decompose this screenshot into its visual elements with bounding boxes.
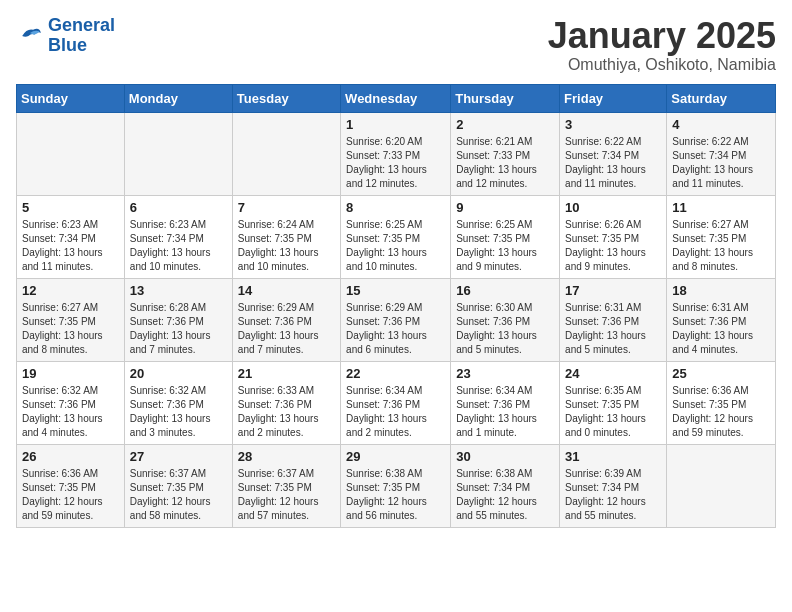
- day-info: Sunrise: 6:29 AM Sunset: 7:36 PM Dayligh…: [238, 301, 335, 357]
- day-info: Sunrise: 6:38 AM Sunset: 7:34 PM Dayligh…: [456, 467, 554, 523]
- day-cell-5: 5Sunrise: 6:23 AM Sunset: 7:34 PM Daylig…: [17, 195, 125, 278]
- day-info: Sunrise: 6:39 AM Sunset: 7:34 PM Dayligh…: [565, 467, 661, 523]
- calendar-table: SundayMondayTuesdayWednesdayThursdayFrid…: [16, 84, 776, 528]
- day-cell-25: 25Sunrise: 6:36 AM Sunset: 7:35 PM Dayli…: [667, 361, 776, 444]
- week-row-3: 12Sunrise: 6:27 AM Sunset: 7:35 PM Dayli…: [17, 278, 776, 361]
- day-info: Sunrise: 6:27 AM Sunset: 7:35 PM Dayligh…: [22, 301, 119, 357]
- week-row-4: 19Sunrise: 6:32 AM Sunset: 7:36 PM Dayli…: [17, 361, 776, 444]
- logo-text: General Blue: [48, 16, 115, 56]
- day-number: 18: [672, 283, 770, 298]
- page-header: General Blue January 2025 Omuthiya, Oshi…: [16, 16, 776, 74]
- day-number: 31: [565, 449, 661, 464]
- day-header-saturday: Saturday: [667, 84, 776, 112]
- day-cell-10: 10Sunrise: 6:26 AM Sunset: 7:35 PM Dayli…: [560, 195, 667, 278]
- day-number: 28: [238, 449, 335, 464]
- location: Omuthiya, Oshikoto, Namibia: [548, 56, 776, 74]
- day-cell-15: 15Sunrise: 6:29 AM Sunset: 7:36 PM Dayli…: [341, 278, 451, 361]
- day-info: Sunrise: 6:38 AM Sunset: 7:35 PM Dayligh…: [346, 467, 445, 523]
- day-number: 15: [346, 283, 445, 298]
- day-info: Sunrise: 6:32 AM Sunset: 7:36 PM Dayligh…: [130, 384, 227, 440]
- day-number: 12: [22, 283, 119, 298]
- day-number: 7: [238, 200, 335, 215]
- day-number: 29: [346, 449, 445, 464]
- day-number: 11: [672, 200, 770, 215]
- day-cell-27: 27Sunrise: 6:37 AM Sunset: 7:35 PM Dayli…: [124, 444, 232, 527]
- day-info: Sunrise: 6:37 AM Sunset: 7:35 PM Dayligh…: [130, 467, 227, 523]
- day-number: 10: [565, 200, 661, 215]
- day-number: 6: [130, 200, 227, 215]
- header-row: SundayMondayTuesdayWednesdayThursdayFrid…: [17, 84, 776, 112]
- day-cell-7: 7Sunrise: 6:24 AM Sunset: 7:35 PM Daylig…: [232, 195, 340, 278]
- day-cell-6: 6Sunrise: 6:23 AM Sunset: 7:34 PM Daylig…: [124, 195, 232, 278]
- day-number: 14: [238, 283, 335, 298]
- day-number: 4: [672, 117, 770, 132]
- day-cell-1: 1Sunrise: 6:20 AM Sunset: 7:33 PM Daylig…: [341, 112, 451, 195]
- day-number: 3: [565, 117, 661, 132]
- day-info: Sunrise: 6:31 AM Sunset: 7:36 PM Dayligh…: [672, 301, 770, 357]
- day-cell-16: 16Sunrise: 6:30 AM Sunset: 7:36 PM Dayli…: [451, 278, 560, 361]
- day-cell-29: 29Sunrise: 6:38 AM Sunset: 7:35 PM Dayli…: [341, 444, 451, 527]
- day-number: 25: [672, 366, 770, 381]
- day-number: 13: [130, 283, 227, 298]
- day-header-friday: Friday: [560, 84, 667, 112]
- day-header-monday: Monday: [124, 84, 232, 112]
- day-cell-9: 9Sunrise: 6:25 AM Sunset: 7:35 PM Daylig…: [451, 195, 560, 278]
- empty-cell: [124, 112, 232, 195]
- day-cell-31: 31Sunrise: 6:39 AM Sunset: 7:34 PM Dayli…: [560, 444, 667, 527]
- week-row-5: 26Sunrise: 6:36 AM Sunset: 7:35 PM Dayli…: [17, 444, 776, 527]
- day-info: Sunrise: 6:30 AM Sunset: 7:36 PM Dayligh…: [456, 301, 554, 357]
- empty-cell: [667, 444, 776, 527]
- day-info: Sunrise: 6:35 AM Sunset: 7:35 PM Dayligh…: [565, 384, 661, 440]
- week-row-1: 1Sunrise: 6:20 AM Sunset: 7:33 PM Daylig…: [17, 112, 776, 195]
- day-number: 21: [238, 366, 335, 381]
- day-info: Sunrise: 6:36 AM Sunset: 7:35 PM Dayligh…: [22, 467, 119, 523]
- day-cell-19: 19Sunrise: 6:32 AM Sunset: 7:36 PM Dayli…: [17, 361, 125, 444]
- day-number: 5: [22, 200, 119, 215]
- day-info: Sunrise: 6:25 AM Sunset: 7:35 PM Dayligh…: [346, 218, 445, 274]
- day-info: Sunrise: 6:27 AM Sunset: 7:35 PM Dayligh…: [672, 218, 770, 274]
- day-cell-24: 24Sunrise: 6:35 AM Sunset: 7:35 PM Dayli…: [560, 361, 667, 444]
- day-cell-20: 20Sunrise: 6:32 AM Sunset: 7:36 PM Dayli…: [124, 361, 232, 444]
- day-info: Sunrise: 6:24 AM Sunset: 7:35 PM Dayligh…: [238, 218, 335, 274]
- title-block: January 2025 Omuthiya, Oshikoto, Namibia: [548, 16, 776, 74]
- day-info: Sunrise: 6:33 AM Sunset: 7:36 PM Dayligh…: [238, 384, 335, 440]
- day-info: Sunrise: 6:25 AM Sunset: 7:35 PM Dayligh…: [456, 218, 554, 274]
- day-cell-22: 22Sunrise: 6:34 AM Sunset: 7:36 PM Dayli…: [341, 361, 451, 444]
- day-info: Sunrise: 6:34 AM Sunset: 7:36 PM Dayligh…: [346, 384, 445, 440]
- day-header-tuesday: Tuesday: [232, 84, 340, 112]
- day-info: Sunrise: 6:31 AM Sunset: 7:36 PM Dayligh…: [565, 301, 661, 357]
- day-cell-17: 17Sunrise: 6:31 AM Sunset: 7:36 PM Dayli…: [560, 278, 667, 361]
- day-number: 2: [456, 117, 554, 132]
- day-number: 24: [565, 366, 661, 381]
- logo-icon: [16, 22, 44, 50]
- day-cell-3: 3Sunrise: 6:22 AM Sunset: 7:34 PM Daylig…: [560, 112, 667, 195]
- day-cell-26: 26Sunrise: 6:36 AM Sunset: 7:35 PM Dayli…: [17, 444, 125, 527]
- day-info: Sunrise: 6:32 AM Sunset: 7:36 PM Dayligh…: [22, 384, 119, 440]
- day-number: 26: [22, 449, 119, 464]
- day-cell-13: 13Sunrise: 6:28 AM Sunset: 7:36 PM Dayli…: [124, 278, 232, 361]
- day-info: Sunrise: 6:20 AM Sunset: 7:33 PM Dayligh…: [346, 135, 445, 191]
- day-cell-30: 30Sunrise: 6:38 AM Sunset: 7:34 PM Dayli…: [451, 444, 560, 527]
- day-number: 27: [130, 449, 227, 464]
- day-number: 22: [346, 366, 445, 381]
- day-header-sunday: Sunday: [17, 84, 125, 112]
- day-number: 1: [346, 117, 445, 132]
- day-cell-12: 12Sunrise: 6:27 AM Sunset: 7:35 PM Dayli…: [17, 278, 125, 361]
- month-title: January 2025: [548, 16, 776, 56]
- day-cell-28: 28Sunrise: 6:37 AM Sunset: 7:35 PM Dayli…: [232, 444, 340, 527]
- day-info: Sunrise: 6:28 AM Sunset: 7:36 PM Dayligh…: [130, 301, 227, 357]
- day-number: 30: [456, 449, 554, 464]
- day-info: Sunrise: 6:22 AM Sunset: 7:34 PM Dayligh…: [565, 135, 661, 191]
- day-info: Sunrise: 6:37 AM Sunset: 7:35 PM Dayligh…: [238, 467, 335, 523]
- day-cell-14: 14Sunrise: 6:29 AM Sunset: 7:36 PM Dayli…: [232, 278, 340, 361]
- day-info: Sunrise: 6:34 AM Sunset: 7:36 PM Dayligh…: [456, 384, 554, 440]
- day-number: 19: [22, 366, 119, 381]
- day-number: 20: [130, 366, 227, 381]
- logo: General Blue: [16, 16, 115, 56]
- day-cell-21: 21Sunrise: 6:33 AM Sunset: 7:36 PM Dayli…: [232, 361, 340, 444]
- day-info: Sunrise: 6:21 AM Sunset: 7:33 PM Dayligh…: [456, 135, 554, 191]
- day-info: Sunrise: 6:26 AM Sunset: 7:35 PM Dayligh…: [565, 218, 661, 274]
- day-cell-4: 4Sunrise: 6:22 AM Sunset: 7:34 PM Daylig…: [667, 112, 776, 195]
- day-info: Sunrise: 6:29 AM Sunset: 7:36 PM Dayligh…: [346, 301, 445, 357]
- day-cell-8: 8Sunrise: 6:25 AM Sunset: 7:35 PM Daylig…: [341, 195, 451, 278]
